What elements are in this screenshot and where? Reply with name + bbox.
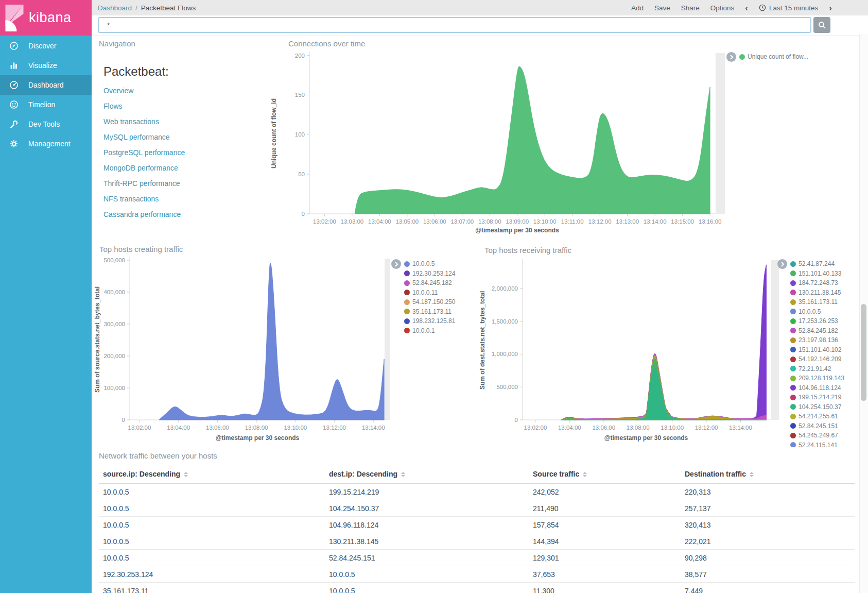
legend-item[interactable]: 52.84.245.182 — [404, 278, 455, 288]
time-back-icon[interactable]: ‹ — [745, 4, 748, 12]
table-cell: 38,577 — [681, 566, 855, 583]
legend-toggle-button[interactable] — [777, 259, 787, 269]
table-cell: 104.254.150.37 — [325, 500, 529, 517]
legend-toggle-button[interactable] — [391, 259, 401, 269]
legend-item[interactable]: 52.84.245.182 — [790, 326, 844, 336]
table-cell: 10.0.0.5 — [99, 517, 325, 533]
connections-area-chart: 05010015020013:02:0013:03:0013:04:0013:0… — [281, 49, 728, 231]
table-cell: 130.211.38.145 — [325, 533, 529, 550]
legend-item[interactable]: 52.41.87.244 — [790, 259, 844, 269]
nav-link-thrift-rpc-performance[interactable]: Thrift-RPC performance — [103, 179, 180, 188]
legend-dot-icon — [790, 357, 796, 362]
area-series-104.254.150.37 — [561, 367, 767, 420]
table-cell: 157,854 — [529, 517, 681, 533]
legend-item[interactable]: 10.0.0.5 — [790, 307, 844, 317]
legend-item[interactable]: 184.72.248.73 — [790, 278, 844, 288]
legend-dot-icon — [790, 395, 796, 400]
legend-item[interactable]: 104.254.150.37 — [790, 402, 844, 412]
nav-link-postgresql-performance[interactable]: PostgreSQL performance — [103, 148, 185, 157]
legend-item[interactable]: 192.30.253.124 — [404, 269, 455, 279]
x-tick-label: 13:10:00 — [533, 218, 557, 225]
legend-item[interactable]: 35.161.173.11 — [790, 297, 844, 307]
legend-dot-icon — [790, 309, 796, 314]
legend-label: 184.72.248.73 — [798, 279, 838, 286]
legend-toggle-button[interactable] — [726, 52, 736, 62]
legend-label: 10.0.0.5 — [412, 260, 435, 267]
legend-item[interactable]: 209.128.119.143 — [790, 374, 844, 383]
sort-icon[interactable] — [184, 472, 188, 477]
legend-item[interactable]: 104.96.118.124 — [790, 383, 844, 393]
legend-item[interactable]: 54.245.249.67 — [790, 431, 844, 440]
table-panel-title: Network traffic between your hosts — [99, 451, 217, 460]
options-button[interactable]: Options — [710, 4, 735, 12]
sidebar-item-discover[interactable]: Discover — [0, 36, 92, 56]
legend-dot-icon — [790, 414, 796, 419]
col-source-ip[interactable]: source.ip: Descending — [99, 467, 325, 484]
top-bar: Dashboard / Packetbeat Flows Add Save Sh… — [92, 0, 868, 15]
legend-label: 35.161.173.11 — [412, 308, 452, 315]
legend-item[interactable]: 130.211.38.145 — [790, 288, 844, 298]
sort-icon[interactable] — [750, 472, 754, 477]
sort-icon[interactable] — [583, 472, 587, 477]
page-scrollbar-thumb[interactable] — [861, 304, 866, 401]
breadcrumb-dashboard-link[interactable]: Dashboard — [98, 4, 132, 12]
legend-dot-icon — [404, 261, 410, 267]
nav-link-mysql-performance[interactable]: MySQL performance — [103, 133, 170, 141]
kibana-logo[interactable]: kibana — [0, 0, 92, 36]
creating-y-axis-label: Sum of source.stats.net_bytes_total — [93, 259, 101, 420]
sidebar-item-dev-tools[interactable]: Dev Tools — [0, 114, 92, 134]
legend-item[interactable]: 72.21.91.42 — [790, 364, 844, 374]
table-cell: 90,298 — [681, 550, 855, 566]
legend-label: 10.0.0.11 — [412, 289, 438, 296]
legend-item[interactable]: 10.0.0.1 — [404, 326, 455, 336]
x-tick-label: 13:12:00 — [588, 218, 612, 225]
legend-item[interactable]: 17.253.26.253 — [790, 316, 844, 326]
legend-label: 54.214.255.61 — [798, 413, 838, 420]
legend-item[interactable]: 23.197.98.136 — [790, 335, 844, 345]
legend-dot-icon — [404, 290, 410, 295]
time-forward-icon[interactable]: › — [829, 4, 832, 12]
add-button[interactable]: Add — [631, 4, 644, 12]
nav-link-mongodb-performance[interactable]: MongoDB performance — [103, 164, 178, 172]
legend-item[interactable]: 35.161.173.11 — [404, 307, 455, 317]
save-button[interactable]: Save — [654, 4, 670, 12]
nav-link-flows[interactable]: Flows — [103, 102, 123, 110]
x-tick-label: 13:11:00 — [561, 218, 584, 225]
legend-item[interactable]: 10.0.0.5 — [404, 259, 455, 269]
y-tick-label: 1,000,000 — [492, 351, 518, 357]
search-input[interactable] — [98, 17, 811, 33]
nav-link-overview[interactable]: Overview — [103, 87, 133, 95]
time-picker-label: Last 15 minutes — [769, 4, 818, 12]
nav-link-cassandra-performance[interactable]: Cassandra performance — [103, 210, 181, 218]
receiving-area-chart: 0500,0001,000,0001,500,0002,000,00013:02… — [463, 256, 782, 442]
col-source-traffic[interactable]: Source traffic — [529, 467, 681, 484]
col-dest-ip[interactable]: dest.ip: Descending — [325, 467, 529, 484]
legend-item[interactable]: 10.0.0.11 — [404, 288, 455, 298]
legend-item[interactable]: 54.192.146.209 — [790, 354, 844, 364]
legend-item[interactable]: 52.24.115.141 — [790, 440, 844, 448]
legend-item[interactable]: 198.232.125.81 — [404, 316, 455, 326]
clock-icon — [759, 4, 766, 11]
share-button[interactable]: Share — [681, 4, 700, 12]
legend-item[interactable]: 54.214.255.61 — [790, 412, 844, 421]
packetbeat-heading: Packetbeat: — [103, 64, 169, 79]
col-destination-traffic[interactable]: Destination traffic — [681, 467, 855, 484]
nav-link-item: Overview — [103, 86, 185, 101]
search-button[interactable] — [813, 17, 830, 33]
time-picker[interactable]: Last 15 minutes — [759, 4, 818, 12]
area-series-Unique count of flow_id — [355, 66, 710, 214]
sidebar-item-dashboard[interactable]: Dashboard — [0, 75, 92, 95]
legend-item[interactable]: 199.15.214.219 — [790, 393, 844, 402]
sidebar-item-management[interactable]: Management — [0, 134, 92, 154]
sidebar-item-visualize[interactable]: Visualize — [0, 56, 92, 75]
legend-item[interactable]: 52.84.245.151 — [790, 421, 844, 431]
table-cell: 129,301 — [529, 550, 681, 566]
legend-item[interactable]: Unique count of flow... — [739, 52, 808, 62]
sort-icon[interactable] — [401, 472, 405, 477]
legend-item[interactable]: 151.101.40.133 — [790, 269, 844, 279]
nav-link-nfs-transactions[interactable]: NFS transactions — [103, 195, 159, 203]
legend-item[interactable]: 54.187.150.250 — [404, 297, 455, 307]
sidebar-item-timelion[interactable]: Timelion — [0, 95, 92, 114]
legend-item[interactable]: 151.101.40.102 — [790, 345, 844, 355]
nav-link-web-transactions[interactable]: Web transactions — [103, 117, 159, 126]
